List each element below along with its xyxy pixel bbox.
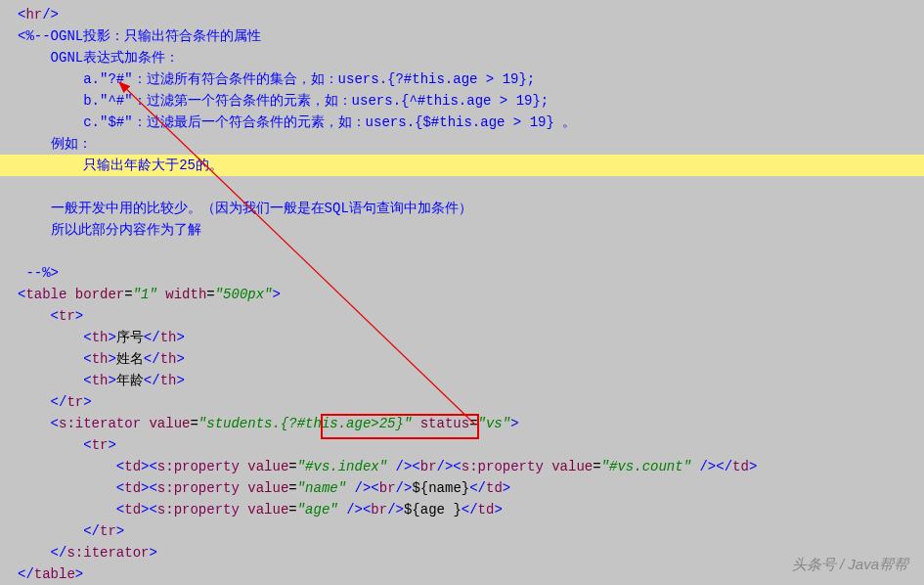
blank-line [18,176,924,198]
code-line: c."$#"：过滤最后一个符合条件的元素，如：users.{$#this.age… [18,112,924,133]
code-line: </tr> [18,520,924,542]
code-line: OGNL表达式加条件： [18,47,924,68]
blank-line [18,241,924,262]
code-line: <tr> [18,434,924,456]
code-line: </tr> [18,391,924,413]
code-line: </table> [18,563,924,585]
code-line: <td><s:property value="age" /><br/>${age… [18,499,924,520]
code-line: a."?#"：过滤所有符合条件的集合，如：users.{?#this.age >… [18,68,924,90]
code-line: <%--OGNL投影：只输出符合条件的属性 [18,25,924,47]
code-line: <hr/> [18,4,924,25]
code-line: --%> [18,262,924,284]
code-line: <td><s:property value="#vs.index" /><br/… [18,456,924,477]
code-line: <s:iterator value="students.{?#this.age>… [18,413,924,434]
code-block: <hr/> <%--OGNL投影：只输出符合条件的属性 OGNL表达式加条件： … [0,0,924,585]
code-line: b."^#"：过滤第一个符合条件的元素，如：users.{^#this.age … [18,90,924,112]
code-line: <th>序号</th> [18,327,924,348]
code-line: <th>年龄</th> [18,370,924,391]
highlighted-line: 只输出年龄大于25的。 [0,155,924,176]
code-line: <tr> [18,305,924,327]
code-line: 所以此部分内容作为了解 [18,219,924,241]
code-line: <td><s:property value="name" /><br/>${na… [18,477,924,499]
code-line: <table border="1" width="500px"> [18,284,924,305]
code-line: 一般开发中用的比较少。（因为我们一般是在SQL语句查询中加条件） [18,198,924,219]
code-line: </s:iterator> [18,542,924,563]
watermark: 头条号 / Java帮帮 [792,554,908,575]
code-line: 例如： [18,133,924,155]
code-line: <th>姓名</th> [18,348,924,370]
